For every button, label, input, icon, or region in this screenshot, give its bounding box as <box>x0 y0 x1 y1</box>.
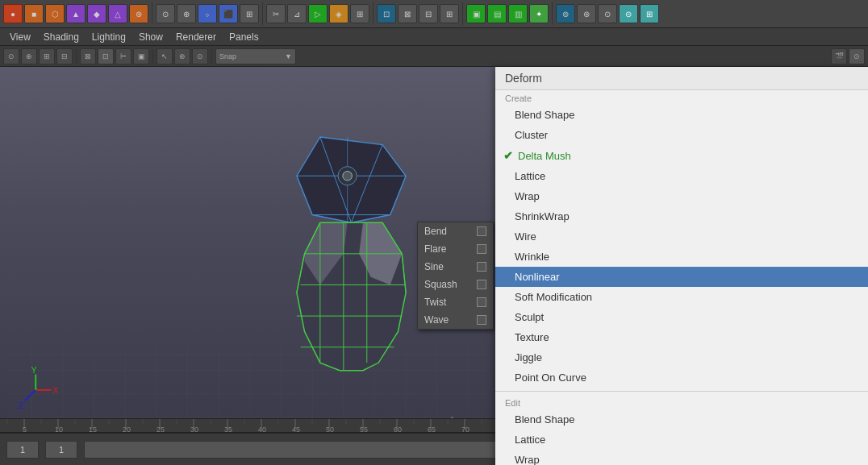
view-icon-6[interactable]: ⊡ <box>98 48 114 64</box>
view-icon-4[interactable]: ⊟ <box>56 48 73 64</box>
deform-divider-1 <box>495 391 868 392</box>
twist-label: Twist <box>424 297 446 308</box>
svg-text:30: 30 <box>190 426 198 433</box>
toolbar-icon-28[interactable]: ⊙ <box>598 4 617 23</box>
toolbar-icon-14[interactable]: ⊿ <box>287 4 307 23</box>
toolbar-icon-26[interactable]: ⊚ <box>556 4 575 23</box>
sine-label: Sine <box>424 261 444 272</box>
view-icon-7[interactable]: ⊢ <box>115 48 131 64</box>
twist-checkbox[interactable] <box>477 297 486 307</box>
submenu-flare[interactable]: Flare <box>418 240 493 258</box>
deform-point-on-curve[interactable]: Point On Curve <box>495 367 868 388</box>
nonlinear-label: Nonlinear <box>515 271 560 283</box>
render-btn[interactable]: 🎬 <box>831 48 847 64</box>
svg-text:70: 70 <box>461 426 469 433</box>
toolbar-icon-22[interactable]: ▣ <box>466 4 486 23</box>
toolbar-icon-5[interactable]: ◆ <box>87 4 106 23</box>
toolbar-icon-20[interactable]: ⊟ <box>419 4 438 23</box>
start-frame-field[interactable]: 1 <box>6 441 39 459</box>
toolbar-icon-10[interactable]: ⬦ <box>198 4 217 23</box>
deform-soft-mod[interactable]: Soft Modification <box>495 287 868 307</box>
toolbar-icon-2[interactable]: ■ <box>24 4 44 23</box>
edit-blend-shape-label: Blend Shape <box>515 413 574 426</box>
current-frame-field[interactable]: 1 <box>45 441 77 459</box>
select-mode-2[interactable]: ⊛ <box>174 48 190 64</box>
toolbar-icon-21[interactable]: ⊞ <box>440 4 459 23</box>
deform-cluster[interactable]: Cluster <box>495 125 868 145</box>
sine-checkbox[interactable] <box>477 262 486 272</box>
view-icon-1[interactable]: ⊙ <box>3 48 19 64</box>
view-icon-5[interactable]: ⊠ <box>80 48 96 64</box>
view-icon-3[interactable]: ⊞ <box>39 48 55 64</box>
deform-lattice[interactable]: Lattice <box>495 166 868 186</box>
shrinkwrap-label: ShrinkWrap <box>515 210 570 222</box>
menu-renderer[interactable]: Renderer <box>169 30 223 44</box>
toolbar-icon-6[interactable]: △ <box>108 4 127 23</box>
menu-panels[interactable]: Panels <box>223 30 265 44</box>
select-mode-1[interactable]: ↖ <box>156 48 173 64</box>
toolbar-icon-19[interactable]: ⊠ <box>398 4 417 23</box>
toolbar-icon-29[interactable]: ⊝ <box>619 4 638 23</box>
delta-mush-label: Delta Mush <box>518 150 571 162</box>
select-mode-3[interactable]: ⊙ <box>192 48 208 64</box>
soft-mod-label: Soft Modification <box>515 291 592 303</box>
toolbar-icon-8[interactable]: ⊙ <box>156 4 175 23</box>
squash-checkbox[interactable] <box>477 280 486 289</box>
toolbar-icon-3[interactable]: ⬡ <box>45 4 65 23</box>
menu-view[interactable]: View <box>3 30 37 44</box>
edit-wrap-label: Wrap <box>515 454 540 465</box>
toolbar-icon-17[interactable]: ⊞ <box>350 4 369 23</box>
toolbar-icon-27[interactable]: ⊛ <box>577 4 596 23</box>
view-icon-2[interactable]: ⊕ <box>21 48 37 64</box>
svg-point-27 <box>343 171 353 181</box>
render-opts[interactable]: ⊙ <box>849 48 865 64</box>
deform-blend-shape-create[interactable]: Blend Shape <box>495 105 868 125</box>
deform-sculpt[interactable]: Sculpt <box>495 307 868 327</box>
menu-shading[interactable]: Shading <box>37 30 86 44</box>
toolbar-icon-16[interactable]: ◈ <box>329 4 348 23</box>
edit-wrap[interactable]: Wrap <box>495 450 868 465</box>
toolbar-icon-18[interactable]: ⊡ <box>377 4 396 23</box>
toolbar-sep-1 <box>152 2 152 25</box>
ruler-svg: 5 10 15 20 25 30 35 40 45 50 55 60 65 70 <box>0 419 495 433</box>
toolbar-icon-1[interactable]: ● <box>3 4 23 23</box>
snap-options[interactable]: Snap ▼ <box>215 48 296 64</box>
toolbar-sep-5 <box>552 2 553 25</box>
submenu-squash[interactable]: Squash <box>418 276 493 293</box>
submenu-bend[interactable]: Bend <box>418 222 493 240</box>
submenu-wave[interactable]: Wave <box>418 311 493 329</box>
edit-blend-shape[interactable]: Blend Shape <box>495 409 868 430</box>
deform-nonlinear[interactable]: Nonlinear <box>495 267 868 287</box>
deform-texture[interactable]: Texture <box>495 327 868 347</box>
deform-wrap[interactable]: Wrap <box>495 186 868 206</box>
menu-show[interactable]: Show <box>132 30 169 44</box>
bend-checkbox[interactable] <box>477 226 486 236</box>
deform-wire[interactable]: Wire <box>495 226 868 247</box>
toolbar-icon-12[interactable]: ⊞ <box>240 4 259 23</box>
toolbar-icon-13[interactable]: ✂ <box>266 4 286 23</box>
svg-text:65: 65 <box>428 426 436 433</box>
edit-lattice[interactable]: Lattice <box>495 430 868 450</box>
deform-menu: Deform Create Blend Shape Cluster ✔ Delt… <box>495 67 868 465</box>
toolbar-icon-24[interactable]: ▥ <box>508 4 528 23</box>
submenu-sine[interactable]: Sine <box>418 258 493 276</box>
deform-delta-mush[interactable]: ✔ Delta Mush <box>495 145 868 166</box>
menu-lighting[interactable]: Lighting <box>86 30 132 44</box>
toolbar-icon-7[interactable]: ⊛ <box>129 4 148 23</box>
toolbar-icon-11[interactable]: ⬛ <box>219 4 238 23</box>
toolbar-icon-4[interactable]: ▲ <box>66 4 86 23</box>
toolbar-icon-30[interactable]: ⊞ <box>640 4 659 23</box>
toolbar-icon-25[interactable]: ✦ <box>529 4 549 23</box>
deform-jiggle[interactable]: Jiggle <box>495 347 868 367</box>
toolbar-sep-2 <box>262 2 263 25</box>
svg-text:15: 15 <box>89 426 97 433</box>
wave-checkbox[interactable] <box>477 315 486 325</box>
submenu-twist[interactable]: Twist <box>418 293 493 311</box>
view-icon-8[interactable]: ▣ <box>133 48 149 64</box>
toolbar-icon-15[interactable]: ▷ <box>308 4 328 23</box>
flare-checkbox[interactable] <box>477 244 486 254</box>
toolbar-icon-23[interactable]: ▤ <box>487 4 507 23</box>
deform-wrinkle[interactable]: Wrinkle <box>495 247 868 267</box>
deform-shrinkwrap[interactable]: ShrinkWrap <box>495 206 868 226</box>
toolbar-icon-9[interactable]: ⊕ <box>177 4 196 23</box>
